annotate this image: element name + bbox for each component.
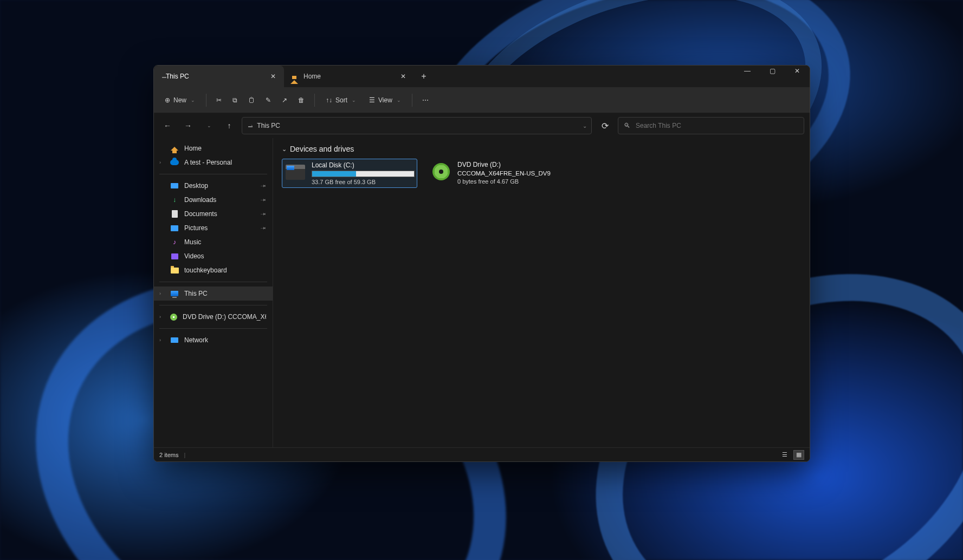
new-button[interactable]: ⊕ New ⌄ xyxy=(159,93,201,107)
document-icon xyxy=(170,210,179,218)
rename-button[interactable]: ✎ xyxy=(261,93,275,107)
expand-icon[interactable]: › xyxy=(159,337,161,343)
window-controls: — ▢ ✕ xyxy=(735,65,810,82)
breadcrumb-location[interactable]: This PC xyxy=(257,122,280,129)
title-bar[interactable]: This PC ✕ Home ✕ + — ▢ ✕ xyxy=(154,66,810,87)
cut-button[interactable]: ✂ xyxy=(212,93,226,107)
sidebar-item-videos[interactable]: Videos xyxy=(154,249,273,263)
home-icon xyxy=(170,144,179,153)
chevron-down-icon: ⌄ xyxy=(397,97,401,103)
sidebar-item-downloads[interactable]: ↓ Downloads 📌︎ xyxy=(154,193,273,207)
file-explorer-window: This PC ✕ Home ✕ + — ▢ ✕ ⊕ New ⌄ ✂ ⧉ 📋︎ … xyxy=(153,65,810,462)
sidebar-item-label: This PC xyxy=(184,290,208,297)
view-mode-buttons: ☰ ▦ xyxy=(779,450,804,460)
status-separator: | xyxy=(184,452,185,458)
tab-label: This PC xyxy=(166,73,189,80)
sort-icon: ↑↓ xyxy=(326,96,332,104)
sidebar-item-onedrive[interactable]: › A test - Personal xyxy=(154,155,273,170)
tab-label: Home xyxy=(303,73,321,80)
sidebar-item-dvd-drive[interactable]: › DVD Drive (D:) CCCOMA_X64FRE xyxy=(154,310,273,324)
chevron-down-icon: ⌄ xyxy=(191,97,195,103)
expand-icon[interactable]: › xyxy=(159,314,161,320)
sidebar-item-music[interactable]: ♪ Music xyxy=(154,235,273,249)
drive-local-disk-c[interactable]: Local Disk (C:) 33.7 GB free of 59.3 GB xyxy=(282,159,417,188)
trash-icon: 🗑︎ xyxy=(298,96,305,104)
drive-name: Local Disk (C:) xyxy=(312,161,415,169)
view-button[interactable]: ☰ View ⌄ xyxy=(364,93,406,107)
drive-info: Local Disk (C:) 33.7 GB free of 59.3 GB xyxy=(312,161,415,185)
network-icon xyxy=(170,336,179,344)
tab-home[interactable]: Home ✕ xyxy=(284,66,414,87)
separator xyxy=(314,94,315,107)
back-button[interactable]: ← xyxy=(159,118,176,134)
sidebar-item-label: DVD Drive (D:) CCCOMA_X64FRE xyxy=(183,313,266,321)
sidebar-item-touchkeyboard[interactable]: touchkeyboard xyxy=(154,263,273,277)
delete-button[interactable]: 🗑︎ xyxy=(294,93,309,107)
sidebar-item-label: Documents xyxy=(184,210,217,218)
home-icon xyxy=(290,73,298,80)
details-view-button[interactable]: ☰ xyxy=(779,450,790,460)
search-input[interactable] xyxy=(636,122,798,129)
more-button[interactable]: ⋯ xyxy=(418,93,433,107)
tab-this-pc[interactable]: This PC ✕ xyxy=(154,66,284,87)
scissors-icon: ✂ xyxy=(216,96,222,104)
sidebar-item-pictures[interactable]: Pictures 📌︎ xyxy=(154,221,273,235)
group-label: Devices and drives xyxy=(290,145,354,153)
tab-close-button[interactable]: ✕ xyxy=(269,72,277,81)
paste-button[interactable]: 📋︎ xyxy=(244,93,259,107)
refresh-button[interactable]: ⟳ xyxy=(596,117,613,134)
search-icon: 🔍︎ xyxy=(624,122,630,129)
copy-button[interactable]: ⧉ xyxy=(228,93,242,107)
new-tab-button[interactable]: + xyxy=(414,66,434,87)
up-button[interactable]: ↑ xyxy=(221,118,237,134)
chevron-down-icon: ⌄ xyxy=(207,123,211,128)
navigation-pane: Home › A test - Personal Desktop 📌︎ ↓ Do… xyxy=(154,138,273,447)
pc-icon xyxy=(170,289,179,298)
close-window-button[interactable]: ✕ xyxy=(785,65,810,82)
forward-button[interactable]: → xyxy=(180,118,196,134)
pin-icon: 📌︎ xyxy=(260,182,268,190)
search-box[interactable]: 🔍︎ xyxy=(618,117,804,134)
expand-icon[interactable]: › xyxy=(159,291,161,296)
recent-locations-button[interactable]: ⌄ xyxy=(201,118,217,134)
maximize-button[interactable]: ▢ xyxy=(760,65,785,82)
sidebar-item-label: touchkeyboard xyxy=(184,266,227,274)
plus-circle-icon: ⊕ xyxy=(165,96,170,104)
sidebar-item-label: Music xyxy=(184,238,201,246)
pin-icon: 📌︎ xyxy=(260,210,268,218)
sort-button[interactable]: ↑↓ Sort ⌄ xyxy=(320,93,361,107)
share-icon: ↗ xyxy=(282,96,287,104)
address-bar[interactable]: › This PC ⌄ xyxy=(242,117,592,134)
sidebar-item-desktop[interactable]: Desktop 📌︎ xyxy=(154,179,273,193)
sidebar-item-documents[interactable]: Documents 📌︎ xyxy=(154,207,273,221)
sidebar-item-label: Downloads xyxy=(184,196,216,204)
sidebar-item-label: A test - Personal xyxy=(184,159,232,166)
dvd-icon xyxy=(430,161,452,183)
sidebar-item-home[interactable]: Home xyxy=(154,141,273,155)
tab-close-button[interactable]: ✕ xyxy=(399,72,408,81)
expand-icon[interactable]: › xyxy=(159,160,161,165)
rename-icon: ✎ xyxy=(266,96,271,104)
item-count: 2 items xyxy=(159,452,178,458)
sidebar-item-this-pc[interactable]: › This PC xyxy=(154,286,273,301)
sidebar-item-label: Videos xyxy=(184,252,204,260)
navigation-row: ← → ⌄ ↑ › This PC ⌄ ⟳ 🔍︎ xyxy=(154,113,810,138)
sidebar-separator xyxy=(159,305,267,305)
drive-volume-label: CCCOMA_X64FRE_EN-US_DV9 xyxy=(457,170,561,177)
copy-icon: ⧉ xyxy=(232,96,237,104)
group-header-devices[interactable]: ⌄ Devices and drives xyxy=(282,145,801,153)
content-pane[interactable]: ⌄ Devices and drives Local Disk (C:) 33.… xyxy=(273,138,810,447)
pin-icon: 📌︎ xyxy=(260,196,268,204)
drive-dvd-d[interactable]: DVD Drive (D:) CCCOMA_X64FRE_EN-US_DV9 0… xyxy=(428,159,564,188)
status-bar: 2 items | ☰ ▦ xyxy=(154,447,810,461)
command-bar: ⊕ New ⌄ ✂ ⧉ 📋︎ ✎ ↗ 🗑︎ ↑↓ Sort ⌄ ☰ View ⌄… xyxy=(154,87,810,113)
sidebar-item-label: Pictures xyxy=(184,224,208,232)
drive-name: DVD Drive (D:) xyxy=(457,161,561,168)
folder-icon xyxy=(170,266,179,275)
address-dropdown-button[interactable]: ⌄ xyxy=(583,123,587,129)
sidebar-item-network[interactable]: › Network xyxy=(154,333,273,347)
sidebar-item-label: Network xyxy=(184,336,208,344)
share-button[interactable]: ↗ xyxy=(277,93,292,107)
minimize-button[interactable]: — xyxy=(735,65,760,82)
tiles-view-button[interactable]: ▦ xyxy=(793,450,804,460)
